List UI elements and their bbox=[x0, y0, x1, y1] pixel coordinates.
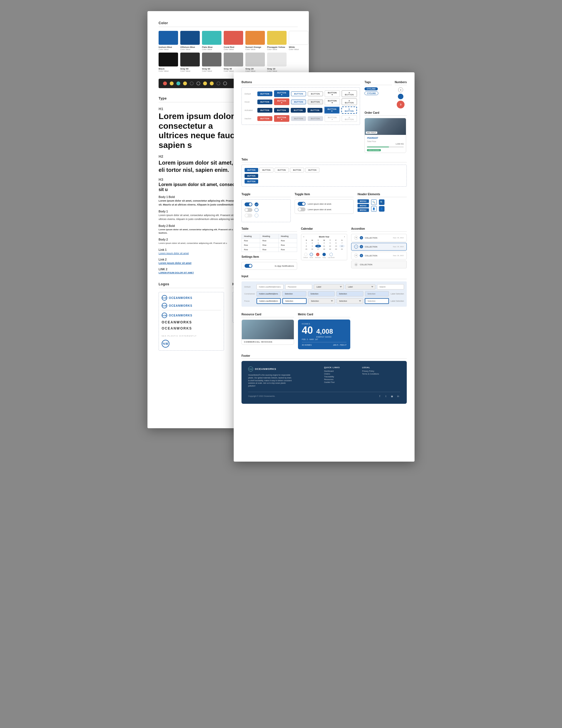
footer-link-traceability[interactable]: Traceability bbox=[324, 376, 362, 378]
cal-cell[interactable]: 3 bbox=[315, 242, 321, 244]
toggle-item-switch-1[interactable] bbox=[298, 202, 306, 206]
cal-cell[interactable]: 8 bbox=[304, 245, 309, 247]
cal-cell[interactable]: 12 bbox=[327, 245, 333, 247]
tab-btn-2[interactable]: BUTTON bbox=[259, 168, 273, 172]
icon-btn-filled-2[interactable]: 👤 bbox=[379, 206, 385, 212]
input-select-default[interactable]: Label bbox=[314, 284, 344, 289]
cal-cell[interactable]: 11 bbox=[321, 245, 327, 247]
settings-item[interactable]: In-App Notifications bbox=[241, 262, 297, 270]
social-icon-linkedin[interactable]: in bbox=[396, 394, 400, 398]
btn-ghost-hover2[interactable]: ▼ BUTTON bbox=[342, 98, 357, 105]
tab-btn-5[interactable]: BUTTON bbox=[305, 168, 320, 172]
accordion-item-4[interactable]: ◎ COLLECTION bbox=[351, 261, 407, 268]
cal-cell[interactable]: 19 bbox=[327, 248, 333, 251]
cal-cell[interactable]: 4 bbox=[321, 242, 327, 244]
btn-focused-outline[interactable]: ▼ BUTTON bbox=[342, 107, 357, 114]
toggle-circle-disabled[interactable] bbox=[254, 214, 258, 217]
btn-ghost-icon-default[interactable]: ▼ BUTTON bbox=[342, 90, 357, 97]
cal-cell-today[interactable]: 10 bbox=[315, 245, 321, 247]
accordion-item-3[interactable]: + ◎ COLLECTION Sept. 30, 2022 bbox=[351, 252, 407, 259]
input-email-constrained[interactable] bbox=[256, 291, 280, 296]
btn-active4[interactable]: BUTTON bbox=[308, 108, 323, 113]
tab-btn-3[interactable]: BUTTON bbox=[274, 168, 289, 172]
input-email-focus[interactable] bbox=[256, 298, 281, 304]
btn-ghost-hover[interactable]: BUTTON bbox=[308, 100, 323, 104]
footer-link-orders[interactable]: Orders bbox=[324, 373, 362, 375]
btn-coral-hover[interactable]: BUTTON ▼ bbox=[274, 98, 290, 105]
social-icon-twitter[interactable]: t bbox=[384, 394, 388, 398]
cal-cell[interactable]: 20 bbox=[333, 248, 339, 251]
cal-cell-selected[interactable]: 14 bbox=[339, 245, 345, 247]
icon-btn-sm-1[interactable]: 🔍 bbox=[371, 199, 377, 205]
tab-btn-hover[interactable]: BUTTON bbox=[244, 174, 258, 178]
footer-link-guided-tour[interactable]: Guided Tour bbox=[324, 381, 362, 383]
btn-disabled-outline2[interactable]: ▼ BUTTON bbox=[342, 115, 357, 122]
social-icon-facebook[interactable]: f bbox=[378, 394, 382, 398]
btn-primary-active[interactable]: BUTTON bbox=[257, 108, 272, 113]
settings-toggle[interactable] bbox=[244, 264, 252, 268]
input-search-constrained[interactable] bbox=[365, 291, 389, 296]
btn-ghost-default[interactable]: BUTTON bbox=[308, 91, 323, 96]
btn-coral-inactive[interactable]: BUTTON bbox=[257, 116, 272, 121]
cal-cell[interactable]: 5 bbox=[327, 242, 333, 244]
tab-btn-active[interactable]: BUTTON bbox=[244, 179, 258, 184]
calendar-next[interactable]: › bbox=[344, 236, 345, 238]
cal-cell[interactable]: 16 bbox=[310, 248, 315, 251]
tab-btn-1[interactable]: BUTTON bbox=[244, 168, 258, 172]
menu-btn-3[interactable]: MENU bbox=[358, 208, 369, 212]
accordion-item-1[interactable]: + ◎ COLLECTION Sept. 30, 2022 bbox=[351, 234, 407, 242]
btn-primary-hover[interactable]: BUTTON bbox=[257, 100, 272, 104]
cal-cell[interactable]: 17 bbox=[315, 248, 321, 251]
cal-cell[interactable]: 15 bbox=[304, 248, 309, 251]
cal-cell[interactable]: 2 bbox=[310, 242, 315, 244]
toggle-switch-disabled[interactable] bbox=[244, 214, 252, 217]
cal-cell[interactable]: 1 bbox=[304, 242, 309, 244]
btn-primary-icon-default[interactable]: BUTTON ▼ bbox=[274, 90, 290, 97]
toggle-circle-unchecked[interactable] bbox=[254, 208, 258, 212]
calendar-prev[interactable]: ‹ bbox=[304, 236, 304, 238]
icon-btn-sm-2[interactable]: 👤 bbox=[371, 206, 377, 212]
btn-focused[interactable]: BUTTON ▼ bbox=[324, 107, 340, 114]
btn-primary-default[interactable]: BUTTON bbox=[257, 91, 272, 96]
icon-btn-filled-1[interactable]: 🔍 bbox=[379, 199, 385, 205]
btn-white-hover[interactable]: BUTTON ▼ bbox=[325, 98, 340, 105]
btn-disabled[interactable]: BUTTON bbox=[291, 116, 306, 121]
cal-cell[interactable]: 13 bbox=[333, 245, 339, 247]
footer-link-privacy[interactable]: Privacy Policy bbox=[362, 370, 400, 372]
btn-secondary-hover[interactable]: BUTTON bbox=[291, 100, 306, 104]
btn-disabled-outline[interactable]: BUTTON ▼ bbox=[325, 115, 340, 122]
input-select-constrained[interactable]: Selection bbox=[308, 291, 335, 296]
input-search-default[interactable] bbox=[377, 284, 404, 289]
input-password-default[interactable] bbox=[285, 284, 312, 289]
toggle-item-switch-2[interactable] bbox=[298, 207, 306, 211]
btn-active2[interactable]: BUTTON bbox=[274, 108, 289, 113]
tab-btn-4[interactable]: BUTTON bbox=[290, 168, 304, 172]
menu-btn-1[interactable]: MENU bbox=[358, 199, 369, 203]
menu-btn-2[interactable]: MENU bbox=[358, 204, 369, 207]
cal-cell[interactable]: 7 bbox=[339, 242, 345, 244]
toggle-circle-checked[interactable] bbox=[254, 202, 258, 206]
input-search-focus[interactable] bbox=[365, 298, 389, 304]
accordion-item-2[interactable]: − ◎ COLLECTION Sept. 30, 2022 bbox=[351, 243, 407, 251]
footer-link-terms[interactable]: Terms & Conditions bbox=[362, 373, 400, 375]
input-selection-focus[interactable] bbox=[283, 298, 307, 304]
btn-secondary-default[interactable]: BUTTON bbox=[291, 91, 306, 96]
cal-cell[interactable]: 18 bbox=[321, 248, 327, 251]
cal-cell[interactable]: 9 bbox=[310, 245, 315, 247]
toggle-switch-on[interactable] bbox=[244, 202, 252, 206]
cal-cell[interactable]: 21 bbox=[339, 248, 345, 251]
btn-active3[interactable]: BUTTON bbox=[291, 108, 306, 113]
btn-coral-icon-inactive[interactable]: BUTTON ▼ bbox=[274, 115, 290, 122]
footer-link-resources[interactable]: Resources bbox=[324, 378, 362, 380]
footer-link-dashboard[interactable]: Dashboard bbox=[324, 370, 362, 372]
input-select2-focus[interactable]: Selection bbox=[337, 298, 363, 304]
btn-white-default[interactable]: BUTTON ▼ bbox=[325, 90, 340, 97]
input-email-default[interactable] bbox=[256, 284, 284, 289]
cal-cell[interactable]: 6 bbox=[333, 242, 339, 244]
input-select2-default[interactable]: Label bbox=[346, 284, 375, 289]
toggle-switch-off[interactable] bbox=[244, 208, 252, 212]
input-select-focus[interactable]: Selection bbox=[308, 298, 335, 304]
input-select2-constrained[interactable]: Selection bbox=[336, 291, 363, 296]
btn-disabled2[interactable]: BUTTON bbox=[308, 116, 323, 121]
social-icon-instagram[interactable]: ◉ bbox=[390, 394, 394, 398]
